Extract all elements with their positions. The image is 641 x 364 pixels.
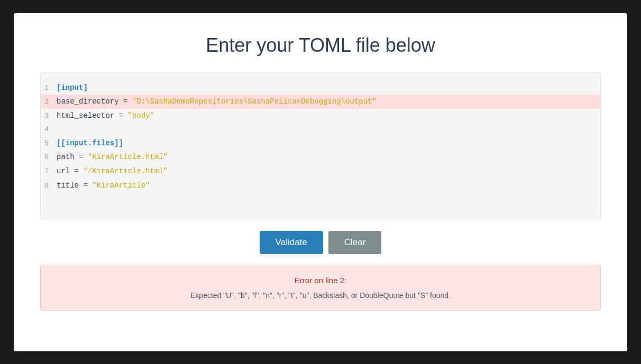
line-content: base_directory = "D:\SashaDemoRepositori… xyxy=(57,96,600,107)
validate-button[interactable]: Validate xyxy=(260,231,323,254)
code-line: 5[[input.files]] xyxy=(41,136,600,151)
line-number: 5 xyxy=(41,138,57,150)
line-number: 6 xyxy=(41,152,57,163)
line-content: html_selector = "body" xyxy=(57,110,600,122)
line-content: url = "/KiraArticle.html" xyxy=(57,165,600,177)
line-number: 7 xyxy=(41,166,57,178)
error-line-label: Error on line 2: xyxy=(51,276,590,285)
code-line: 3html_selector = "body" xyxy=(41,109,600,123)
line-number: 8 xyxy=(41,181,57,192)
page-title: Enter your TOML file below xyxy=(40,34,601,57)
code-line: 6path = "KiraArticle.html" xyxy=(41,150,600,164)
line-content: path = "KiraArticle.html" xyxy=(57,151,600,163)
error-detail: Expected "U", "b", "f", "n", "r", "t", "… xyxy=(51,291,590,300)
code-line: 4 xyxy=(41,123,600,136)
code-line: 8title = "KiraArticle" xyxy=(41,179,600,193)
code-line: 2base_directory = "D:\SashaDemoRepositor… xyxy=(41,95,600,109)
action-buttons: Validate Clear xyxy=(40,231,601,254)
main-container: Enter your TOML file below 1[input]2base… xyxy=(14,13,627,351)
line-number: 3 xyxy=(41,111,57,122)
line-number: 2 xyxy=(41,97,57,108)
line-content: [input] xyxy=(57,82,600,94)
line-number: 1 xyxy=(41,83,57,94)
code-editor[interactable]: 1[input]2base_directory = "D:\SashaDemoR… xyxy=(40,72,601,220)
error-box: Error on line 2: Expected "U", "b", "f",… xyxy=(40,265,601,311)
code-line: 7url = "/KiraArticle.html" xyxy=(41,164,600,179)
line-content: [[input.files]] xyxy=(57,137,600,149)
clear-button[interactable]: Clear xyxy=(328,231,382,254)
code-line: 1[input] xyxy=(41,81,600,95)
line-content: title = "KiraArticle" xyxy=(57,180,600,191)
line-number: 4 xyxy=(41,124,57,135)
